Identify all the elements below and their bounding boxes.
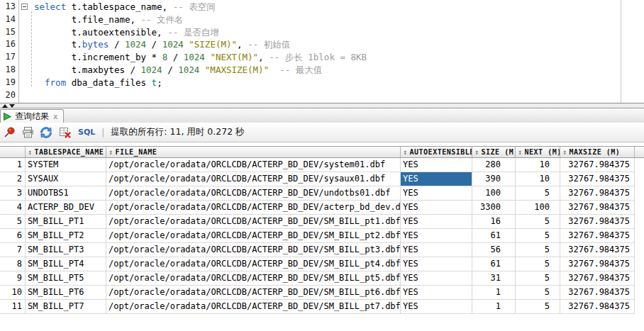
cell-auto[interactable]: YES [401,271,472,286]
cell-file[interactable]: /opt/oracle/oradata/ORCLCDB/ACTERP_BD_DE… [106,229,401,243]
cell-max[interactable]: 32767.984375 [560,229,635,243]
cell-auto[interactable]: YES [401,300,472,314]
tab-query-results[interactable]: 查询结果 x [0,109,64,123]
sort-icon: ↕ [562,148,567,156]
cell-tablespace[interactable]: SM_BILL_PT2 [26,229,106,243]
column-header-max[interactable]: ↕MAXSIZE (M) [560,147,635,157]
cell-next[interactable]: 10 [516,172,560,186]
cell-max[interactable]: 32767.984375 [560,243,635,257]
cell-max[interactable]: 32767.984375 [560,215,635,229]
sql-toggle-button[interactable]: SQL [78,128,95,137]
cell-tablespace[interactable]: ACTERP_BD_DEV [26,201,106,215]
cell-rownum[interactable]: 7 [0,243,26,257]
cell-rownum[interactable]: 11 [0,300,26,314]
column-header-file[interactable]: ↕FILE_NAME [106,147,401,157]
cell-size[interactable]: 31 [472,271,516,286]
cell-next[interactable]: 5 [516,300,560,314]
cell-auto[interactable]: YES [401,215,472,229]
cell-file[interactable]: /opt/oracle/oradata/ORCLCDB/ACTERP_BD_DE… [106,271,401,286]
cell-max[interactable]: 32767.984375 [560,271,635,286]
cell-tablespace[interactable]: SM_BILL_PT7 [26,300,106,314]
cell-next[interactable]: 100 [516,201,560,215]
cell-size[interactable]: 390 [472,172,516,186]
cell-rownum[interactable]: 1 [0,158,26,172]
cell-rownum[interactable]: 9 [0,271,26,286]
cell-next[interactable]: 5 [516,271,560,286]
cell-max[interactable]: 32767.984375 [560,257,635,271]
cell-size[interactable]: 56 [472,243,516,257]
cell-rownum[interactable]: 5 [0,215,26,229]
cell-next[interactable]: 5 [516,229,560,243]
column-header-next[interactable]: ↕NEXT (M) [516,147,560,157]
cell-size[interactable]: 1 [472,300,516,314]
selected-cell[interactable]: YES [401,172,472,186]
cell-auto[interactable]: YES [401,201,472,215]
cell-file[interactable]: /opt/oracle/oradata/ORCLCDB/ACTERP_BD_DE… [106,286,401,300]
cell-max[interactable]: 32767.984375 [560,186,635,201]
cell-file[interactable]: /opt/oracle/oradata/ORCLCDB/ACTERP_BD_DE… [106,300,401,314]
code-fold-toggle-icon[interactable] [21,4,28,10]
cell-rownum[interactable]: 6 [0,229,26,243]
delete-results-icon[interactable] [57,125,72,140]
column-header-size[interactable]: ↕SIZE (M) [472,147,516,157]
cell-tablespace[interactable]: SYSTEM [26,158,106,172]
sql-editor[interactable]: 1314151617181920 select t.tablespace_nam… [0,0,644,103]
cell-max[interactable]: 32767.984375 [560,286,635,300]
cell-tablespace[interactable]: SM_BILL_PT5 [26,271,106,286]
cell-size[interactable]: 16 [472,215,516,229]
cell-tablespace[interactable]: SM_BILL_PT1 [26,215,106,229]
cell-max[interactable]: 32767.984375 [560,172,635,186]
cell-auto[interactable]: YES [401,158,472,172]
cell-rownum[interactable]: 4 [0,201,26,215]
cell-next[interactable]: 5 [516,286,560,300]
cell-next[interactable]: 5 [516,215,560,229]
cell-file[interactable]: /opt/oracle/oradata/ORCLCDB/ACTERP_BD_DE… [106,172,401,186]
pin-icon[interactable] [2,125,16,140]
cell-tablespace[interactable]: SYSAUX [26,172,106,186]
results-toolbar: SQL | 提取的所有行: 11, 用时 0.272 秒 [0,123,644,142]
cell-max[interactable]: 32767.984375 [560,201,635,215]
cell-next[interactable]: 10 [516,158,560,172]
line-number: 14 [0,13,18,26]
cell-auto[interactable]: YES [401,286,472,300]
cell-file[interactable]: /opt/oracle/oradata/ORCLCDB/ACTERP_BD_DE… [106,243,401,257]
cell-tablespace[interactable]: UNDOTBS1 [26,186,106,201]
column-header-auto[interactable]: ↕AUTOEXTENSIBLE [401,147,472,157]
cell-next[interactable]: 5 [516,243,560,257]
cell-file[interactable]: /opt/oracle/oradata/ORCLCDB/ACTERP_BD_DE… [106,158,401,172]
editor-results-splitter[interactable] [0,103,644,108]
cell-rownum[interactable]: 10 [0,286,26,300]
line-number: 18 [0,64,18,77]
column-header-tablespace[interactable]: ↕TABLESPACE_NAME [26,147,106,157]
cell-auto[interactable]: YES [401,257,472,271]
table-row: 5SM_BILL_PT1/opt/oracle/oradata/ORCLCDB/… [0,215,644,229]
cell-rownum[interactable]: 3 [0,186,26,201]
cell-size[interactable]: 61 [472,257,516,271]
cell-auto[interactable]: YES [401,186,472,201]
cell-size[interactable]: 3300 [472,201,516,215]
cell-auto[interactable]: YES [401,243,472,257]
cell-max[interactable]: 32767.984375 [560,300,635,314]
cell-size[interactable]: 1 [472,286,516,300]
cell-file[interactable]: /opt/oracle/oradata/ORCLCDB/ACTERP_BD_DE… [106,201,401,215]
cell-file[interactable]: /opt/oracle/oradata/ORCLCDB/ACTERP_BD_DE… [106,186,401,201]
close-icon[interactable]: x [53,112,58,121]
cell-max[interactable]: 32767.984375 [560,158,635,172]
cell-next[interactable]: 5 [516,186,560,201]
cell-tablespace[interactable]: SM_BILL_PT6 [26,286,106,300]
cell-tablespace[interactable]: SM_BILL_PT4 [26,257,106,271]
cell-rownum[interactable]: 8 [0,257,26,271]
line-number-gutter: 1314151617181920 [0,0,19,103]
cell-tablespace[interactable]: SM_BILL_PT3 [26,243,106,257]
cell-next[interactable]: 5 [516,257,560,271]
cell-auto[interactable]: YES [401,229,472,243]
cell-size[interactable]: 100 [472,186,516,201]
cell-rownum[interactable]: 2 [0,172,26,186]
print-icon[interactable] [21,125,35,140]
cell-file[interactable]: /opt/oracle/oradata/ORCLCDB/ACTERP_BD_DE… [106,257,401,271]
cell-file[interactable]: /opt/oracle/oradata/ORCLCDB/ACTERP_BD_DE… [106,215,401,229]
cell-size[interactable]: 61 [472,229,516,243]
refresh-icon[interactable] [39,125,53,140]
line-number: 19 [0,77,18,89]
cell-size[interactable]: 280 [472,158,516,172]
